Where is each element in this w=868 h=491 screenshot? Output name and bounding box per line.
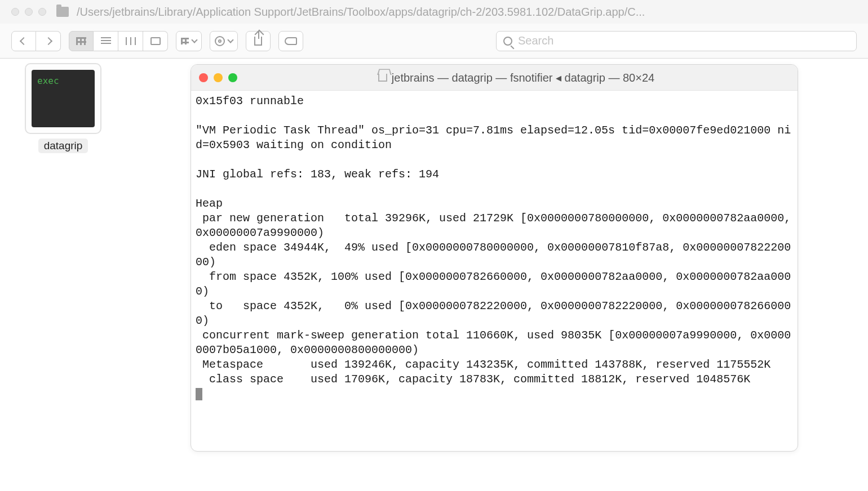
finder-titlebar: /Users/jetbrains/Library/Application Sup…	[0, 0, 868, 24]
chevron-right-icon	[44, 37, 52, 44]
view-mode-group	[69, 31, 168, 51]
action-button[interactable]	[210, 31, 238, 51]
gear-icon	[215, 36, 225, 46]
arrange-button[interactable]	[176, 31, 202, 51]
close-icon[interactable]	[11, 8, 19, 16]
tags-button[interactable]	[278, 31, 303, 51]
terminal-cursor-icon	[196, 388, 202, 400]
terminal-window[interactable]: jetbrains — datagrip — fsnotifier ◂ data…	[191, 64, 798, 452]
finder-path: /Users/jetbrains/Library/Application Sup…	[77, 6, 857, 19]
arrange-icon	[181, 38, 189, 44]
exec-file-icon: exec	[25, 63, 101, 134]
chevron-down-icon	[227, 37, 233, 43]
datagrip-file-item[interactable]: exec datagrip	[25, 63, 101, 153]
close-icon[interactable]	[199, 73, 208, 82]
chevron-down-icon	[191, 37, 197, 43]
terminal-text: 0x15f03 runnable "VM Periodic Task Threa…	[196, 95, 798, 386]
minimize-icon[interactable]	[214, 73, 223, 82]
columns-view-icon	[126, 37, 136, 45]
fullscreen-icon[interactable]	[38, 8, 46, 16]
terminal-title-text: jetbrains — datagrip — fsnotifier ◂ data…	[392, 71, 654, 84]
terminal-titlebar[interactable]: jetbrains — datagrip — fsnotifier ◂ data…	[191, 65, 798, 91]
tag-icon	[285, 37, 297, 45]
finder-toolbar: Search	[0, 24, 868, 59]
finder-traffic-lights	[11, 8, 46, 16]
terminal-title: jetbrains — datagrip — fsnotifier ◂ data…	[243, 71, 790, 84]
search-placeholder: Search	[518, 34, 553, 47]
search-icon	[503, 37, 512, 46]
view-gallery-button[interactable]	[143, 31, 168, 51]
exec-label: exec	[37, 75, 59, 86]
share-button[interactable]	[246, 31, 271, 51]
chevron-left-icon	[20, 37, 28, 44]
terminal-output[interactable]: 0x15f03 runnable "VM Periodic Task Threa…	[191, 91, 798, 451]
back-button[interactable]	[11, 31, 36, 51]
view-columns-button[interactable]	[118, 31, 143, 51]
fullscreen-icon[interactable]	[228, 73, 237, 82]
minimize-icon[interactable]	[25, 8, 33, 16]
forward-button[interactable]	[36, 31, 61, 51]
share-icon	[254, 37, 262, 46]
view-icons-button[interactable]	[69, 31, 94, 51]
home-icon	[378, 74, 387, 82]
icons-view-icon	[76, 37, 86, 45]
file-name-label: datagrip	[38, 139, 88, 153]
nav-buttons	[11, 31, 61, 51]
list-view-icon	[101, 37, 111, 45]
search-field[interactable]: Search	[496, 31, 857, 51]
folder-icon	[56, 7, 69, 17]
gallery-view-icon	[150, 37, 161, 45]
view-list-button[interactable]	[94, 31, 118, 51]
